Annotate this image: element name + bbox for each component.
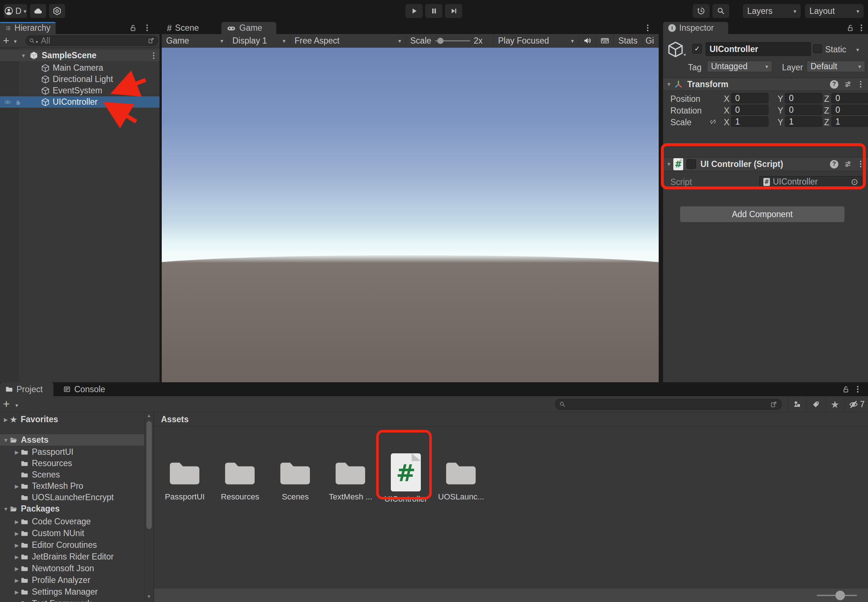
project-tree-item[interactable]: ▶TextMesh Pro [0, 481, 144, 492]
account-button[interactable]: D ▾ [4, 4, 27, 18]
asset-item[interactable]: Scenes [268, 453, 323, 502]
asset-item[interactable]: UOSLaunc... [434, 453, 488, 502]
object-picker-icon[interactable]: ⊙ [851, 178, 858, 186]
hierarchy-item[interactable]: Main Camera [0, 62, 159, 74]
foldout-down-icon[interactable]: ▼ [665, 161, 673, 167]
add-component-button[interactable]: Add Component [680, 206, 845, 222]
project-tree-item[interactable]: ▼Packages [0, 503, 144, 514]
link-broken-icon[interactable] [709, 118, 717, 126]
tab-hierarchy[interactable]: Hierarchy [0, 22, 56, 34]
game-viewport[interactable] [162, 48, 659, 382]
asset-item[interactable]: Resources [213, 453, 268, 502]
transform-header[interactable]: ▼ Transform ? [663, 78, 868, 91]
active-checkbox[interactable]: ✓ [692, 44, 702, 54]
asset-item[interactable]: TextMesh ... [323, 453, 378, 502]
search-filter-caret[interactable]: ▾ [36, 40, 38, 44]
play-button[interactable] [406, 4, 423, 18]
game-menu-kebab-icon[interactable] [647, 25, 648, 31]
tab-inspector[interactable]: i Inspector [663, 22, 728, 34]
tab-project[interactable]: Project [0, 382, 54, 396]
foldout-right-icon[interactable]: ▶ [13, 566, 20, 571]
open-new-window-icon[interactable] [147, 37, 155, 44]
project-tree-item[interactable]: Resources [0, 458, 144, 469]
help-icon[interactable]: ? [830, 80, 838, 89]
help-icon[interactable]: ? [830, 160, 838, 169]
hierarchy-item[interactable]: EventSystem [0, 85, 159, 96]
gameobject-caret[interactable]: ▾ [684, 52, 686, 57]
static-caret[interactable]: ▾ [856, 47, 859, 52]
lock-open-icon[interactable] [842, 385, 850, 394]
stats-toggle[interactable]: Stats [614, 34, 642, 47]
create-dropdown-caret[interactable]: ▾ [15, 402, 18, 408]
layer-dropdown[interactable]: Default▾ [807, 61, 865, 72]
project-tree-item[interactable]: ▶Custom NUnit [0, 528, 144, 539]
favorites-filter-button[interactable]: ★ [825, 396, 844, 412]
scale-slider[interactable] [435, 34, 470, 47]
hierarchy-item[interactable]: Directional Light [0, 74, 159, 85]
inspector-menu-kebab-icon[interactable] [861, 25, 862, 31]
axis-value-field[interactable]: 1 [785, 117, 822, 127]
scroll-down-icon[interactable]: ▼ [147, 594, 151, 599]
foldout-right-icon[interactable]: ▶ [13, 531, 20, 536]
tab-game[interactable]: Game [221, 22, 276, 34]
foldout-right-icon[interactable]: ▶ [13, 577, 20, 583]
project-tree-item[interactable]: ▶Code Coverage [0, 516, 144, 527]
lock-open-icon[interactable] [846, 24, 854, 32]
hidden-count-button[interactable]: 7 [845, 396, 868, 412]
foldout-right-icon[interactable]: ▶ [13, 449, 20, 455]
tab-console[interactable]: Console [58, 382, 116, 396]
lock-open-icon[interactable] [129, 24, 137, 32]
mute-audio-button[interactable] [579, 34, 596, 47]
project-tree-item[interactable]: ▼Assets [0, 434, 144, 445]
pick-hand-icon[interactable] [14, 98, 22, 106]
project-tree-item[interactable]: ▶Test Framework [0, 598, 144, 602]
foldout-right-icon[interactable]: ▶ [2, 417, 9, 422]
gameobject-name-field[interactable]: UIController [706, 42, 811, 56]
foldout-right-icon[interactable]: ▶ [13, 554, 20, 560]
project-tree-item[interactable]: ▶Editor Coroutines [0, 539, 144, 551]
create-dropdown-caret[interactable]: ▾ [14, 38, 17, 44]
project-tree-item[interactable]: ▶JetBrains Rider Editor [0, 551, 144, 562]
layers-dropdown[interactable]: Layers ▾ [743, 4, 801, 18]
tab-scene[interactable]: # Scene [162, 22, 221, 34]
cloud-button[interactable] [30, 4, 46, 18]
scene-row[interactable]: ▼ SampleScene [0, 50, 159, 61]
component-enabled-checkbox[interactable] [686, 159, 696, 169]
axis-value-field[interactable]: 0 [831, 93, 868, 103]
project-tree-item[interactable]: ▶Profile Analyzer [0, 574, 144, 586]
pause-button[interactable] [425, 4, 442, 18]
plastic-scm-button[interactable] [49, 4, 65, 18]
foldout-down-icon[interactable]: ▼ [665, 81, 673, 87]
create-plus-button[interactable]: + [3, 397, 10, 411]
asset-item[interactable]: PassportUI [157, 453, 212, 502]
aspect-dropdown[interactable]: Free Aspect▾ [290, 34, 406, 47]
foldout-down-icon[interactable]: ▼ [2, 506, 9, 512]
script-component-header[interactable]: ▼ # UI Controller (Script) ? [663, 157, 868, 171]
row-visibility-icons[interactable] [4, 98, 22, 106]
layout-dropdown[interactable]: Layout ▾ [805, 4, 863, 18]
scale-slider-knob[interactable] [437, 38, 444, 44]
create-plus-button[interactable]: + [3, 34, 9, 47]
foldout-right-icon[interactable]: ▶ [13, 589, 20, 595]
filter-by-label-button[interactable] [807, 396, 825, 412]
hierarchy-search-field[interactable]: ▾ All [26, 35, 158, 46]
project-tree-item[interactable]: Scenes [0, 469, 144, 481]
foldout-right-icon[interactable]: ▶ [13, 542, 20, 548]
axis-value-field[interactable]: 0 [831, 105, 868, 115]
axis-value-field[interactable]: 0 [731, 93, 768, 103]
open-new-window-icon[interactable] [770, 401, 778, 408]
eye-icon[interactable] [4, 98, 12, 106]
transform-kebab-icon[interactable] [860, 81, 862, 88]
filter-by-type-button[interactable] [787, 396, 806, 412]
scene-menu-kebab-icon[interactable] [153, 52, 155, 59]
scrollbar-thumb[interactable] [146, 421, 152, 529]
project-tree-item[interactable]: ▶PassportUI [0, 446, 144, 458]
script-kebab-icon[interactable] [860, 161, 862, 167]
icon-size-slider-knob[interactable] [836, 591, 845, 600]
focus-mode-dropdown[interactable]: Play Focused▾ [494, 34, 578, 47]
static-checkbox[interactable] [813, 44, 822, 53]
project-tree-scrollbar[interactable]: ▲ ▼ [144, 412, 154, 602]
script-object-field[interactable]: # UIController ⊙ [759, 176, 862, 187]
step-button[interactable] [445, 4, 462, 18]
foldout-right-icon[interactable]: ▶ [13, 601, 20, 602]
